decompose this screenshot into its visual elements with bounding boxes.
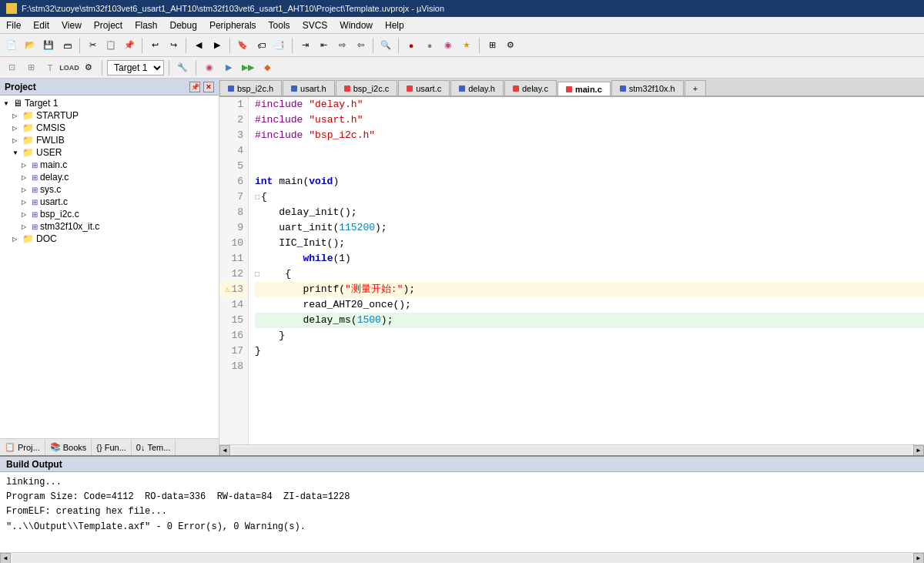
code-line-10[interactable]: IIC_Init(); — [255, 236, 924, 251]
scroll-left-btn[interactable]: ◀ — [219, 445, 230, 456]
code-line-7[interactable]: □ { — [255, 189, 924, 205]
load-btn[interactable]: LOAD — [61, 59, 78, 76]
tree-doc[interactable]: ▷ 📁 DOC — [0, 233, 219, 245]
stop-btn[interactable]: ● — [421, 37, 438, 54]
code-line-18[interactable] — [255, 359, 924, 374]
tab-main-c[interactable]: main.c — [557, 82, 611, 97]
run-debug-btn[interactable]: ◉ — [201, 59, 218, 76]
tree-delay-c[interactable]: ▷ ⊞ delay.c — [0, 171, 219, 183]
scroll-track[interactable] — [232, 447, 912, 454]
tab-stm32f10x-h[interactable]: stm32f10x.h — [611, 80, 684, 96]
nav-back-btn[interactable]: ◀ — [190, 37, 207, 54]
code-line-13[interactable]: printf( "测量开始:" ); — [255, 282, 924, 297]
menu-tools[interactable]: Tools — [263, 18, 296, 32]
tree-startup[interactable]: ▷ 📁 STARTUP — [0, 109, 219, 122]
build-scroll-left[interactable]: ◀ — [0, 553, 11, 564]
menu-svcs[interactable]: SVCS — [296, 18, 334, 32]
code-editor[interactable]: 1 2 3 4 5 6 7 8 9 10 11 12 ⚠13 — [219, 97, 924, 444]
unindent-btn[interactable]: ⇤ — [315, 37, 332, 54]
scroll-right-btn[interactable]: ▶ — [913, 445, 924, 456]
copy-btn[interactable]: 📋 — [102, 37, 119, 54]
sidebar-tab-books[interactable]: 📚 Books — [45, 439, 92, 455]
target-selector[interactable]: Target 1 — [107, 60, 164, 75]
translate-btn[interactable]: T — [42, 59, 59, 76]
run-btn[interactable]: ◉ — [440, 37, 457, 54]
tree-fwlib[interactable]: ▷ 📁 FWLIB — [0, 134, 219, 146]
save-all-btn[interactable]: 🗃 — [59, 37, 75, 54]
code-line-9[interactable]: uart_init( 115200 ); — [255, 220, 924, 236]
tree-bsp-i2c-c[interactable]: ▷ ⊞ bsp_i2c.c — [0, 208, 219, 220]
tab-delay-h[interactable]: delay.h — [450, 80, 504, 96]
indent3-btn[interactable]: ⇦ — [352, 37, 369, 54]
bookmark-btn[interactable]: 🔖 — [234, 37, 251, 54]
settings-btn[interactable]: ⚙ — [80, 59, 97, 76]
fold-7[interactable]: □ — [255, 192, 259, 203]
manage-btn[interactable]: 🔧 — [174, 59, 191, 76]
sidebar-pin-btn[interactable]: 📌 — [189, 82, 200, 92]
menu-window[interactable]: Window — [333, 18, 379, 32]
bookmark2-btn[interactable]: 🏷 — [253, 37, 270, 54]
bookmark3-btn[interactable]: 📑 — [271, 37, 288, 54]
menu-flash[interactable]: Flash — [129, 18, 163, 32]
tree-sys-c[interactable]: ▷ ⊞ sys.c — [0, 183, 219, 196]
find-btn[interactable]: 🔍 — [377, 37, 394, 54]
build-scroll-track[interactable] — [12, 555, 912, 562]
indent2-btn[interactable]: ⇨ — [333, 37, 350, 54]
tab-delay-c[interactable]: delay.c — [504, 80, 557, 96]
code-line-5[interactable] — [255, 159, 924, 174]
extra2-btn[interactable]: ⚙ — [502, 37, 519, 54]
h-scrollbar[interactable]: ◀ ▶ — [219, 444, 924, 455]
code-line-3[interactable]: #include "bsp_i2c.h" — [255, 128, 924, 143]
code-line-1[interactable]: #include "delay.h" — [255, 97, 924, 112]
code-line-16[interactable]: } — [255, 328, 924, 343]
sidebar-tab-proj[interactable]: 📋 Proj... — [0, 439, 45, 455]
sidebar-close-btn[interactable]: ✕ — [203, 82, 214, 92]
debug2-btn[interactable]: ◆ — [259, 59, 276, 76]
stop-debug-btn[interactable]: ▶▶ — [239, 59, 256, 76]
run-target-btn[interactable]: ▶ — [220, 59, 237, 76]
fold-12[interactable]: □ — [255, 269, 259, 280]
code-line-11[interactable]: while (1) — [255, 251, 924, 266]
code-line-6[interactable]: int main( void ) — [255, 174, 924, 189]
tab-bsp-i2c-c[interactable]: bsp_i2c.c — [336, 80, 397, 96]
menu-peripherals[interactable]: Peripherals — [203, 18, 263, 32]
sidebar-tab-fun[interactable]: {} Fun... — [92, 439, 131, 455]
tree-cmsis[interactable]: ▷ 📁 CMSIS — [0, 122, 219, 134]
tab-usart-h[interactable]: usart.h — [283, 80, 335, 96]
save-btn[interactable]: 💾 — [40, 37, 57, 54]
build-all-btn[interactable]: ⊞ — [22, 59, 39, 76]
tab-bsp-i2c-h[interactable]: bsp_i2c.h — [219, 80, 282, 96]
nav-fwd-btn[interactable]: ▶ — [209, 37, 226, 54]
code-line-14[interactable]: read_AHT20_once(); — [255, 297, 924, 313]
tree-usart-c[interactable]: ▷ ⊞ usart.c — [0, 196, 219, 208]
build-btn[interactable]: ● — [403, 37, 420, 54]
paste-btn[interactable]: 📌 — [121, 37, 138, 54]
undo-btn[interactable]: ↩ — [146, 37, 163, 54]
redo-btn[interactable]: ↪ — [165, 37, 182, 54]
menu-debug[interactable]: Debug — [164, 18, 203, 32]
code-line-4[interactable] — [255, 143, 924, 159]
tab-more[interactable]: + — [685, 80, 706, 96]
menu-view[interactable]: View — [55, 18, 88, 32]
build-h-scrollbar[interactable]: ◀ ▶ — [0, 552, 924, 563]
extra1-btn[interactable]: ⊞ — [484, 37, 500, 54]
code-line-15[interactable]: delay_ms( 1500 ); — [255, 313, 924, 328]
tree-stm32-it-c[interactable]: ▷ ⊞ stm32f10x_it.c — [0, 220, 219, 233]
build-target-btn[interactable]: ⊡ — [3, 59, 20, 76]
indent-btn[interactable]: ⇥ — [296, 37, 313, 54]
menu-file[interactable]: File — [0, 18, 27, 32]
debug-btn[interactable]: ★ — [458, 37, 475, 54]
code-line-12[interactable]: □ { — [255, 266, 924, 282]
code-line-2[interactable]: #include "usart.h" — [255, 112, 924, 128]
sidebar-tab-tem[interactable]: 0↓ Tem... — [132, 439, 176, 455]
build-output-content[interactable]: linking... Program Size: Code=4112 RO-da… — [0, 472, 924, 552]
menu-edit[interactable]: Edit — [27, 18, 55, 32]
menu-project[interactable]: Project — [88, 18, 129, 32]
tree-user[interactable]: ▼ 📁 USER — [0, 146, 219, 159]
tab-usart-c[interactable]: usart.c — [398, 80, 450, 96]
code-line-17[interactable]: } — [255, 343, 924, 359]
tree-target1[interactable]: ▼ 🖥 Target 1 — [0, 97, 219, 109]
code-line-8[interactable]: delay_init(); — [255, 205, 924, 220]
build-scroll-right[interactable]: ▶ — [913, 553, 924, 564]
menu-help[interactable]: Help — [379, 18, 410, 32]
